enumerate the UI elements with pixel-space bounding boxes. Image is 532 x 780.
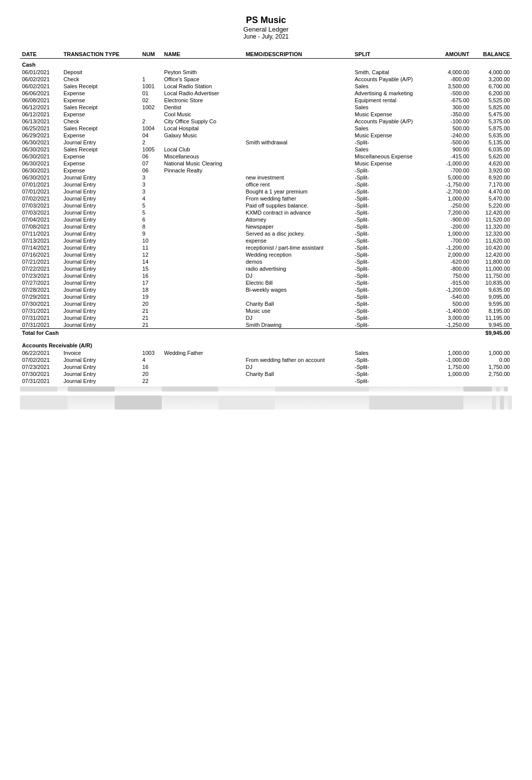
table-row: 07/31/2021Journal Entry21Music use-Split… xyxy=(20,307,512,314)
table-row: 06/30/2021Sales Receipt1005Local ClubSal… xyxy=(20,146,512,153)
table-row: 07/01/2021Journal Entry3Bought a 1 year … xyxy=(20,188,512,195)
report-subtitle: General Ledger xyxy=(20,26,512,33)
col-date: DATE xyxy=(20,50,62,59)
table-row: 06/12/2021Sales Receipt1002DentistSales3… xyxy=(20,104,512,111)
blurred-table xyxy=(20,386,512,410)
table-row: 07/23/2021Journal Entry16DJ-Split-750.00… xyxy=(20,272,512,279)
section-header: Accounts Receivable (A/R) xyxy=(20,339,512,349)
table-row: 07/30/2021Journal Entry20Charity Ball-Sp… xyxy=(20,300,512,307)
table-row: 07/14/2021Journal Entry11receptionist / … xyxy=(20,244,512,251)
ledger-table: DATE TRANSACTION TYPE NUM NAME MEMO/DESC… xyxy=(20,50,512,384)
table-row: 06/30/2021Expense06Pinnacle Realty-Split… xyxy=(20,167,512,174)
table-row: 06/02/2021Check1Office's SpaceAccounts P… xyxy=(20,76,512,83)
table-row: 06/22/2021Invoice1003Wedding FatherSales… xyxy=(20,349,512,356)
table-row: 06/06/2021Expense01Local Radio Advertise… xyxy=(20,90,512,97)
table-row: 07/13/2021Journal Entry10expense-Split--… xyxy=(20,237,512,244)
table-row: 07/31/2021Journal Entry22-Split- xyxy=(20,377,512,384)
table-row: 07/21/2021Journal Entry14demos-Split--62… xyxy=(20,258,512,265)
table-row: 06/30/2021Expense07National Music Cleari… xyxy=(20,160,512,167)
section-header: Cash xyxy=(20,59,512,69)
table-row: 07/02/2021Journal Entry4From wedding fat… xyxy=(20,356,512,363)
page-header: PS Music General Ledger June - July, 202… xyxy=(20,15,512,40)
table-row: 07/04/2021Journal Entry6Attorney-Split--… xyxy=(20,216,512,223)
column-headers: DATE TRANSACTION TYPE NUM NAME MEMO/DESC… xyxy=(20,50,512,59)
table-row: 07/29/2021Journal Entry19-Split--540.009… xyxy=(20,293,512,300)
table-row: 07/03/2021Journal Entry5Paid off supplie… xyxy=(20,202,512,209)
col-memo: MEMO/DESCRIPTION xyxy=(243,50,353,59)
table-row: 06/01/2021DepositPeyton SmithSmith, Capi… xyxy=(20,69,512,76)
table-row: 07/31/2021Journal Entry21Smith Drawing-S… xyxy=(20,321,512,329)
col-amount: AMOUNT xyxy=(434,50,471,59)
table-row: 07/30/2021Journal Entry20Charity Ball-Sp… xyxy=(20,370,512,377)
col-split: SPLIT xyxy=(353,50,434,59)
col-num: NUM xyxy=(140,50,162,59)
table-row: 06/12/2021ExpenseCool MusicMusic Expense… xyxy=(20,111,512,118)
table-row: 07/22/2021Journal Entry15radio advertisi… xyxy=(20,265,512,272)
table-row: 07/28/2021Journal Entry18Bi-weekly wages… xyxy=(20,286,512,293)
blurred-row xyxy=(20,386,512,392)
company-title: PS Music xyxy=(20,15,512,26)
report-period: June - July, 2021 xyxy=(20,33,512,40)
table-row: 07/11/2021Journal Entry9Served as a disc… xyxy=(20,230,512,237)
table-row: 07/31/2021Journal Entry21DJ-Split-3,000.… xyxy=(20,314,512,321)
total-row: Total for Cash$9,945.00 xyxy=(20,329,512,337)
table-row: 06/30/2021Journal Entry2Smith withdrawal… xyxy=(20,139,512,146)
table-row: 07/03/2021Journal Entry5KXMD contract in… xyxy=(20,209,512,216)
table-row: 07/27/2021Journal Entry17Electric Bill-S… xyxy=(20,279,512,286)
table-row: 06/25/2021Sales Receipt1004Local Hospita… xyxy=(20,125,512,132)
table-row: 06/13/2021Check2City Office Supply CoAcc… xyxy=(20,118,512,125)
table-row: 07/02/2021Journal Entry4From wedding fat… xyxy=(20,195,512,202)
table-row: 06/29/2021Expense04Galaxy MusicMusic Exp… xyxy=(20,132,512,139)
table-row: 06/02/2021Sales Receipt1001Local Radio S… xyxy=(20,83,512,90)
blurred-row xyxy=(20,392,512,396)
blurred-row xyxy=(20,396,512,410)
table-row: 06/30/2021Journal Entry3new investment-S… xyxy=(20,174,512,181)
col-name: NAME xyxy=(162,50,243,59)
col-balance: BALANCE xyxy=(471,50,512,59)
col-type: TRANSACTION TYPE xyxy=(62,50,140,59)
table-row: 07/01/2021Journal Entry3office rent-Spli… xyxy=(20,181,512,188)
table-row: 07/23/2021Journal Entry16DJ-Split-1,750.… xyxy=(20,363,512,370)
table-row: 07/08/2021Journal Entry8Newspaper-Split-… xyxy=(20,223,512,230)
table-row: 07/16/2021Journal Entry12Wedding recepti… xyxy=(20,251,512,258)
table-row: 06/08/2021Expense02Electronic StoreEquip… xyxy=(20,97,512,104)
table-row: 06/30/2021Expense06MiscellaneousMiscella… xyxy=(20,153,512,160)
